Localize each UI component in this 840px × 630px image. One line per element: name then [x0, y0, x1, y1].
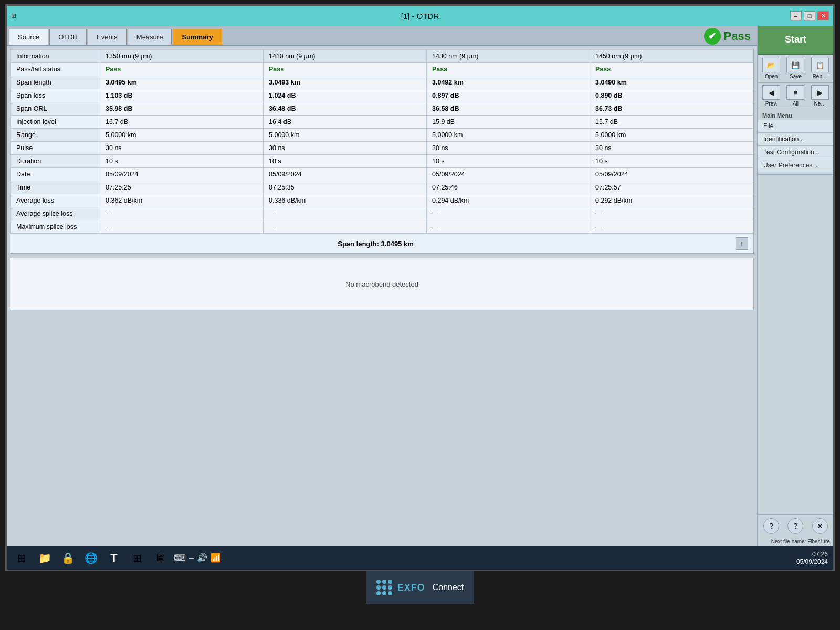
- exfo-brand: EXFO: [397, 582, 425, 593]
- tab-measure[interactable]: Measure: [128, 29, 172, 45]
- exfo-bar: EXFO Connect: [366, 571, 475, 604]
- taskbar-browser[interactable]: 🌐: [81, 549, 100, 568]
- menu-item-user-prefs[interactable]: User Preferences...: [758, 159, 833, 172]
- nav-row: ◀ Prev. ≡ All ▶ Ne…: [758, 83, 833, 109]
- all-icon: ≡: [786, 85, 804, 100]
- taskbar: ⊞ 📁 🔒 🌐 T ⊞ 🖥 ⌨ – 🔊 📶 07:26 05/09/2024: [7, 546, 833, 570]
- pass-badge-area: ✔ Pass: [704, 28, 755, 45]
- network-icon[interactable]: 📶: [211, 553, 221, 563]
- data-table: Information 1350 nm (9 µm) 1410 nm (9 µm…: [10, 49, 754, 234]
- battery-icon: –: [189, 553, 194, 563]
- icon-row-1: 📂 Open 💾 Save 📋 Rep…: [758, 55, 833, 83]
- macrobend-box: No macrobend detected: [10, 258, 754, 310]
- main-menu-title: Main Menu: [758, 111, 833, 120]
- content-body: Information 1350 nm (9 µm) 1410 nm (9 µm…: [7, 46, 757, 546]
- exfo-logo: EXFO Connect: [376, 580, 464, 595]
- open-button[interactable]: 📂 Open: [762, 58, 780, 79]
- volume-icon[interactable]: 🔊: [197, 553, 207, 563]
- span-length-text: Span length: 3.0495 km: [16, 240, 736, 248]
- start-button[interactable]: Start: [758, 26, 833, 55]
- all-button[interactable]: ≡ All: [786, 85, 804, 107]
- table-row: Date05/09/202405/09/202405/09/202405/09/…: [11, 168, 753, 181]
- table-row: Average loss0.362 dB/km0.336 dB/km0.294 …: [11, 194, 753, 207]
- open-icon: 📂: [762, 58, 780, 72]
- table-row: Time07:25:2507:25:3507:25:4607:25:57: [11, 181, 753, 194]
- window-icon: ⊞: [11, 12, 16, 19]
- pass-badge: ✔ Pass: [704, 28, 751, 45]
- macrobend-text: No macrobend detected: [345, 280, 418, 288]
- col-header-info: Information: [11, 50, 100, 63]
- table-row: Span ORL35.98 dB36.48 dB36.58 dB36.73 dB: [11, 102, 753, 116]
- col-header-1450: 1450 nm (9 µm): [590, 50, 753, 63]
- next-icon: ▶: [811, 85, 829, 100]
- bottom-icons-row: ? ? ✕: [758, 514, 833, 537]
- exfo-dots: [376, 580, 392, 595]
- tab-bar: Source OTDR Events Measure Summary: [7, 26, 757, 46]
- maximize-button[interactable]: □: [804, 11, 815, 20]
- table-row: Range5.0000 km5.0000 km5.0000 km5.0000 k…: [11, 129, 753, 142]
- col-header-1350: 1350 nm (9 µm): [100, 50, 264, 63]
- prev-icon: ◀: [762, 85, 780, 100]
- table-row: Span length3.0495 km3.0493 km3.0492 km3.…: [11, 76, 753, 89]
- taskbar-text[interactable]: T: [104, 549, 123, 568]
- col-header-1410: 1410 nm (9 µm): [264, 50, 427, 63]
- prev-button[interactable]: ◀ Prev.: [762, 85, 780, 107]
- help-button-1[interactable]: ?: [763, 518, 779, 534]
- taskbar-start[interactable]: ⊞: [12, 549, 31, 568]
- tab-otdr[interactable]: OTDR: [49, 29, 87, 45]
- table-row: Average splice loss————: [11, 207, 753, 220]
- menu-item-file[interactable]: File: [758, 120, 833, 133]
- table-row: Duration10 s10 s10 s10 s: [11, 155, 753, 168]
- table-row: Maximum splice loss————: [11, 220, 753, 234]
- tab-events[interactable]: Events: [88, 29, 127, 45]
- table-row: Pulse30 ns30 ns30 ns30 ns: [11, 142, 753, 155]
- bottom-close-button[interactable]: ✕: [812, 518, 828, 534]
- minimize-button[interactable]: –: [790, 11, 802, 20]
- taskbar-grid[interactable]: ⊞: [128, 549, 146, 568]
- tab-source[interactable]: Source: [9, 29, 48, 45]
- clock-time: 07:26: [796, 551, 828, 558]
- span-length-row: Span length: 3.0495 km ↑: [10, 234, 754, 254]
- col-header-1430: 1430 nm (9 µm): [427, 50, 590, 63]
- window-controls: – □ ✕: [790, 11, 829, 20]
- tab-summary[interactable]: Summary: [173, 29, 222, 45]
- save-button[interactable]: 💾 Save: [786, 58, 804, 79]
- help-button-2[interactable]: ?: [788, 518, 803, 534]
- report-icon: 📋: [811, 58, 829, 72]
- taskbar-monitor[interactable]: 🖥: [151, 549, 170, 568]
- taskbar-lock[interactable]: 🔒: [58, 549, 77, 568]
- taskbar-sys-icons: ⌨ – 🔊 📶: [174, 553, 221, 563]
- screen: ⊞ [1] - OTDR – □ ✕ Source OTDR: [5, 4, 835, 571]
- exfo-connect: Connect: [433, 583, 464, 592]
- save-icon: 💾: [786, 58, 804, 72]
- close-button[interactable]: ✕: [817, 11, 829, 20]
- next-file-label: Next file name: Fiber1.tre: [758, 537, 833, 546]
- next-button[interactable]: ▶ Ne…: [811, 85, 829, 107]
- pass-icon: ✔: [704, 28, 721, 45]
- window-title: [1] - OTDR: [401, 12, 439, 20]
- table-row: Pass/fail statusPassPassPassPass: [11, 63, 753, 76]
- main-area: Source OTDR Events Measure Summary: [7, 26, 833, 546]
- report-button[interactable]: 📋 Rep…: [811, 58, 829, 79]
- table-row: Injection level16.7 dB16.4 dB15.9 dB15.7…: [11, 116, 753, 129]
- scroll-up-button[interactable]: ↑: [736, 237, 748, 250]
- monitor: ⊞ [1] - OTDR – □ ✕ Source OTDR: [0, 0, 840, 630]
- right-panel: Start 📂 Open 💾 Save 📋 Rep…: [757, 26, 833, 546]
- taskbar-clock: 07:26 05/09/2024: [796, 551, 828, 565]
- clock-date: 05/09/2024: [796, 558, 828, 565]
- main-menu-section: Main Menu File Identification... Test Co…: [758, 109, 833, 175]
- table-row: Span loss1.103 dB1.024 dB0.897 dB0.890 d…: [11, 89, 753, 102]
- taskbar-files[interactable]: 📁: [35, 549, 54, 568]
- menu-item-test-config[interactable]: Test Configuration...: [758, 146, 833, 159]
- keyboard-icon[interactable]: ⌨: [174, 553, 186, 563]
- title-bar: ⊞ [1] - OTDR – □ ✕: [7, 6, 833, 26]
- center-panel: Source OTDR Events Measure Summary: [7, 26, 757, 546]
- menu-item-identification[interactable]: Identification...: [758, 133, 833, 146]
